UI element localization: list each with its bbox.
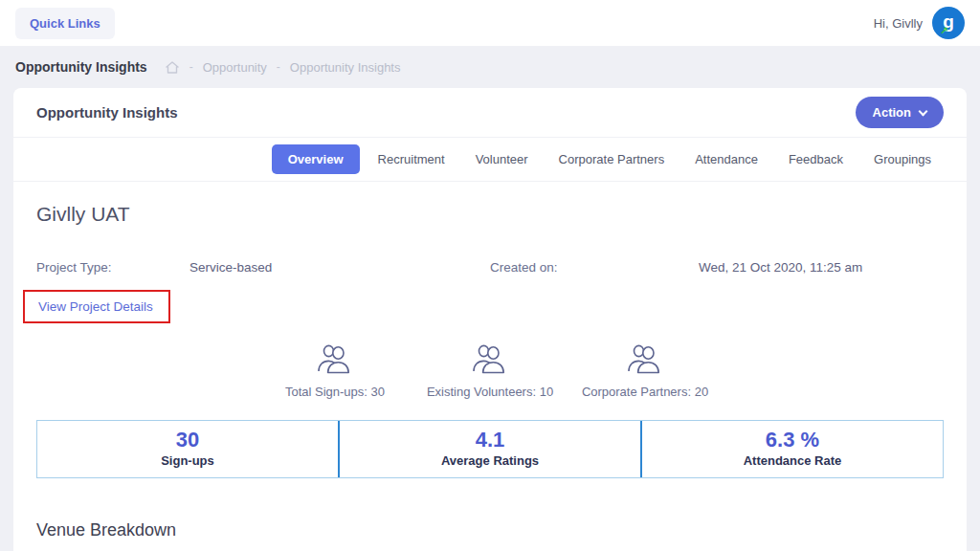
topbar-right: Hi, Givlly g ↗: [874, 7, 965, 39]
view-details-wrap: View Project Details: [36, 290, 944, 323]
card-header: Opportunity Insights Action: [13, 88, 967, 138]
created-on-pair: Created on: Wed, 21 Oct 2020, 11:25 am: [490, 260, 944, 275]
corporate-partners-stat: Corporate Partners: 20: [568, 342, 723, 399]
stat-boxes: 30 Sign-ups 4.1 Average Ratings 6.3 % At…: [36, 420, 944, 478]
project-info-row: Project Type: Service-based Created on: …: [36, 260, 944, 275]
signups-value: 30: [37, 428, 338, 452]
top-bar: Quick Links Hi, Givlly g ↗: [0, 0, 980, 46]
user-greeting: Hi, Givlly: [874, 16, 923, 31]
project-type-value: Service-based: [189, 260, 272, 275]
venue-breakdown-title: Venue Breakdown: [36, 520, 944, 540]
signups-stat-box: 30 Sign-ups: [37, 421, 338, 477]
project-type-label: Project Type:: [36, 260, 189, 275]
created-on-label: Created on:: [490, 260, 699, 275]
avatar[interactable]: g ↗: [932, 7, 965, 39]
breadcrumb-separator: -: [277, 60, 280, 74]
breadcrumb-item-opportunity[interactable]: Opportunity: [203, 60, 267, 75]
tab-groupings[interactable]: Groupings: [861, 144, 944, 174]
main-card: Opportunity Insights Action Overview Rec…: [13, 88, 967, 551]
action-button-label: Action: [873, 105, 911, 120]
action-button[interactable]: Action: [856, 97, 944, 128]
average-ratings-stat-box: 4.1 Average Ratings: [338, 421, 640, 477]
average-ratings-value: 4.1: [340, 428, 640, 452]
project-name: Givlly UAT: [36, 203, 944, 226]
tabs: Overview Recruitment Volunteer Corporate…: [13, 138, 967, 182]
tab-corporate-partners[interactable]: Corporate Partners: [546, 144, 678, 174]
project-type-pair: Project Type: Service-based: [36, 260, 490, 275]
signups-label: Sign-ups: [37, 453, 338, 468]
people-icon: [471, 342, 509, 378]
existing-volunteers-stat: Existing Volunteers: 10: [412, 342, 568, 399]
breadcrumb: Opportunity Insights - Opportunity - Opp…: [0, 46, 980, 88]
breadcrumb-page-title: Opportunity Insights: [15, 59, 147, 75]
icon-stats: Total Sign-ups: 30 Existing Volunteers: …: [36, 342, 944, 399]
page-title: Opportunity Insights: [36, 104, 178, 121]
attendance-rate-stat-box: 6.3 % Attendance Rate: [640, 421, 943, 477]
tab-attendance[interactable]: Attendance: [682, 144, 770, 174]
home-icon[interactable]: [165, 60, 180, 75]
existing-volunteers-label: Existing Volunteers: 10: [412, 385, 568, 399]
created-on-value: Wed, 21 Oct 2020, 11:25 am: [699, 260, 862, 275]
total-signups-label: Total Sign-ups: 30: [257, 385, 412, 399]
chevron-down-icon: [919, 106, 928, 116]
attendance-rate-value: 6.3 %: [642, 428, 943, 452]
view-project-details-link[interactable]: View Project Details: [23, 290, 170, 323]
average-ratings-label: Average Ratings: [340, 453, 640, 468]
total-signups-stat: Total Sign-ups: 30: [257, 342, 412, 399]
quick-links-button[interactable]: Quick Links: [15, 8, 115, 39]
tab-recruitment[interactable]: Recruitment: [366, 144, 457, 174]
tab-feedback[interactable]: Feedback: [776, 144, 856, 174]
arrow-up-right-icon: ↗: [940, 26, 948, 36]
breadcrumb-item-opportunity-insights[interactable]: Opportunity Insights: [290, 60, 401, 75]
tab-volunteer[interactable]: Volunteer: [463, 144, 541, 174]
attendance-rate-label: Attendance Rate: [642, 453, 943, 468]
tab-overview[interactable]: Overview: [272, 144, 360, 174]
people-icon: [316, 342, 354, 378]
breadcrumb-separator: -: [189, 60, 193, 74]
overview-panel: Givlly UAT Project Type: Service-based C…: [13, 182, 967, 551]
corporate-partners-label: Corporate Partners: 20: [568, 385, 723, 399]
people-icon: [626, 342, 664, 378]
